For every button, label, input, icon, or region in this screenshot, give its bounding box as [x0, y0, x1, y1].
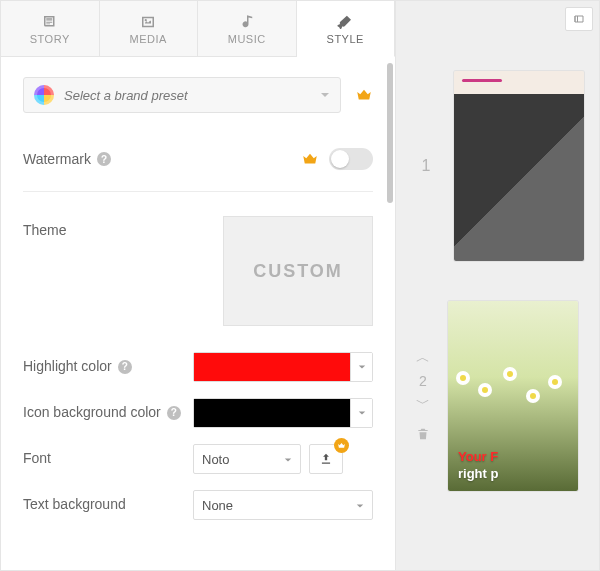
brand-preset-select[interactable]: Select a brand preset: [23, 77, 341, 113]
image-icon: [138, 13, 158, 31]
theme-label: Theme: [23, 216, 223, 238]
chevron-down-icon: [284, 452, 292, 467]
help-icon[interactable]: ?: [97, 152, 111, 166]
trash-icon: [416, 427, 430, 441]
divider: [23, 191, 373, 192]
brush-icon: [335, 13, 355, 31]
tab-label: STYLE: [327, 33, 364, 45]
theme-preview[interactable]: CUSTOM: [223, 216, 373, 326]
move-up-button[interactable]: ︿: [416, 349, 430, 367]
palette-icon: [34, 85, 54, 105]
icon-bg-color-label: Icon background color: [23, 403, 161, 423]
text-bg-label: Text background: [23, 495, 126, 515]
editor-tabs: STORY MEDIA MUSIC STYLE: [1, 1, 395, 57]
slide-number: 2: [419, 373, 427, 389]
watermark-toggle[interactable]: [329, 148, 373, 170]
color-swatch: [194, 399, 350, 427]
music-note-icon: [237, 13, 257, 31]
tab-music[interactable]: MUSIC: [198, 1, 297, 56]
text-bg-select[interactable]: None: [193, 490, 373, 520]
panel-icon: [572, 13, 586, 25]
upload-font-button[interactable]: [309, 444, 343, 474]
slide-text-line: right p: [458, 466, 568, 481]
font-value: Noto: [202, 452, 229, 467]
premium-badge-icon: [334, 438, 349, 453]
tab-style[interactable]: STYLE: [297, 1, 396, 57]
tab-label: MUSIC: [228, 33, 266, 45]
highlight-color-picker[interactable]: [193, 352, 373, 382]
slide-thumb-2[interactable]: Your F right p: [448, 301, 578, 491]
slide-reorder-controls: ︿ 2 ﹀: [416, 349, 430, 444]
tab-label: MEDIA: [130, 33, 167, 45]
delete-slide-button[interactable]: [416, 427, 430, 444]
stage-collapse-button[interactable]: [565, 7, 593, 31]
color-swatch: [194, 353, 350, 381]
chevron-down-icon: [350, 399, 372, 427]
brand-preset-placeholder: Select a brand preset: [64, 88, 188, 103]
text-bg-value: None: [202, 498, 233, 513]
tab-story[interactable]: STORY: [1, 1, 100, 56]
chevron-down-icon: [350, 353, 372, 381]
preview-stage: 1 ︿ 2 ﹀: [396, 1, 599, 570]
tab-label: STORY: [30, 33, 70, 45]
slide-thumb-1[interactable]: [454, 71, 584, 261]
upload-icon: [319, 452, 333, 466]
help-icon[interactable]: ?: [118, 360, 132, 374]
highlight-color-label: Highlight color: [23, 357, 112, 377]
icon-bg-color-picker[interactable]: [193, 398, 373, 428]
crown-icon: [355, 86, 373, 104]
watermark-label: Watermark: [23, 151, 91, 167]
panel-scrollbar[interactable]: [387, 63, 393, 203]
font-select[interactable]: Noto: [193, 444, 301, 474]
move-down-button[interactable]: ﹀: [416, 395, 430, 413]
decoration: [448, 361, 578, 421]
theme-value: CUSTOM: [253, 261, 343, 282]
chevron-down-icon: [320, 90, 330, 100]
tab-media[interactable]: MEDIA: [100, 1, 199, 56]
chevron-down-icon: [356, 498, 364, 513]
style-panel: STORY MEDIA MUSIC STYLE Selec: [1, 1, 396, 570]
slide-text-line: Your F: [458, 449, 568, 464]
crown-icon: [301, 150, 319, 168]
newspaper-icon: [40, 13, 60, 31]
slide-number: 1: [416, 157, 436, 175]
help-icon[interactable]: ?: [167, 406, 181, 420]
font-label: Font: [23, 449, 51, 469]
